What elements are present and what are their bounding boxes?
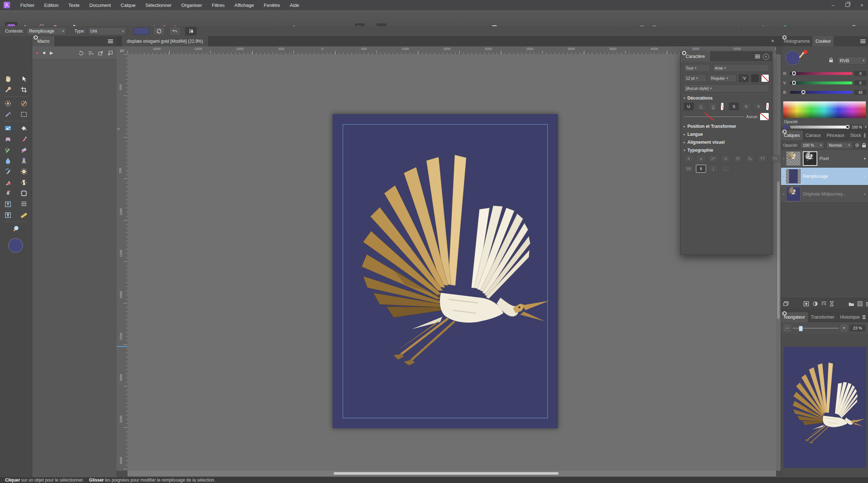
crop-tool[interactable] [19, 85, 29, 94]
navigateur-tab-transformer[interactable]: Transformer [808, 312, 837, 322]
healing-tool[interactable] [3, 135, 13, 143]
caret-icon[interactable]: ▾ [865, 125, 867, 129]
layer-row-pixel[interactable]: »Pixel● [781, 150, 868, 168]
rotate-fill-button[interactable] [153, 27, 165, 35]
ruler-tool[interactable] [19, 211, 29, 219]
burn-tool[interactable] [3, 178, 13, 187]
strike-double-button[interactable]: S [754, 102, 764, 110]
minimize-button[interactable]: – [830, 3, 836, 8]
panel-drag-handle[interactable]: ‖ [783, 130, 786, 134]
tab-couleur[interactable]: Couleur [813, 36, 834, 46]
colour-picker-tool[interactable] [3, 85, 13, 94]
lock-icon[interactable] [862, 143, 866, 148]
decoration-line-select[interactable] [684, 113, 744, 120]
layer-expand-icon[interactable]: » [781, 157, 786, 160]
text-style-select[interactable]: [Aucun style]▾ [684, 84, 769, 92]
zoom-out-button[interactable]: − [784, 325, 790, 331]
document-tab[interactable]: displate oriogami gold [Modifié] (22.9%) [122, 36, 209, 46]
font-weight-select[interactable]: Regular▾ [709, 74, 736, 82]
menu-item-calque[interactable]: Calque [121, 3, 135, 8]
calques-menu-button[interactable] [864, 134, 865, 137]
freehand-selection-tool[interactable] [19, 99, 29, 108]
shape-tool[interactable] [19, 189, 29, 198]
context-select[interactable]: Remplissage ▾ [26, 27, 66, 35]
panel-drag-handle[interactable]: ‖ [34, 35, 38, 39]
reset-macro-icon[interactable] [78, 50, 84, 56]
navigator-preview[interactable] [784, 347, 866, 468]
group-folder-icon[interactable] [848, 301, 854, 306]
zoom-value[interactable]: 23 % [850, 325, 865, 331]
canvas-viewport[interactable] [128, 54, 776, 471]
dodge-tool[interactable] [19, 167, 29, 176]
erase-tool[interactable] [19, 146, 29, 154]
flood-select-tool[interactable] [3, 110, 13, 119]
horizontal-ruler[interactable]: -2000-1500-1000-500050010001500200025003… [128, 46, 776, 54]
layer-name[interactable]: Pixel [819, 156, 861, 161]
adjustment-icon[interactable] [813, 301, 818, 306]
layer-visibility-dot[interactable]: ● [861, 157, 868, 160]
add-step-icon[interactable] [88, 50, 93, 56]
layer-visibility-dot[interactable]: ● [861, 175, 868, 178]
close-button[interactable]: × [859, 3, 865, 8]
panel-drag-handle[interactable]: ‖ [783, 311, 786, 315]
menu-item-filtres[interactable]: Filtres [212, 3, 225, 8]
pixel-tool[interactable] [3, 146, 13, 154]
stop-macro-button[interactable]: ■ [43, 50, 45, 55]
slider-value[interactable]: 0 [854, 71, 867, 76]
menu-item-edition[interactable]: Edition [44, 3, 59, 8]
fill-colour-swatch[interactable] [134, 28, 149, 35]
typography-alt-button-1[interactable]: 99 [684, 165, 694, 173]
fill-type-select[interactable]: Uni ▾ [88, 27, 126, 35]
panel-drag-handle[interactable]: ‖ [682, 51, 686, 55]
decoration-colour-swatch[interactable] [760, 113, 769, 121]
menu-item-organiser[interactable]: Organiser [181, 3, 202, 8]
layer-thumbnail[interactable] [786, 151, 801, 166]
move-tool[interactable] [19, 75, 29, 83]
active-colour-swatch[interactable] [785, 51, 800, 65]
calques-tab-canaux[interactable]: Canaux [803, 130, 823, 140]
layer-expand-icon[interactable]: » [781, 175, 786, 178]
revert-fill-button[interactable] [169, 27, 181, 35]
artistic-text-tool[interactable] [3, 211, 13, 219]
navigateur-tab-historique[interactable]: Historique [837, 312, 863, 322]
zoom-in-button[interactable]: + [841, 325, 847, 331]
layer-row-originale-midjourney[interactable]: »Originale Midjourney...● [781, 185, 868, 203]
menu-item-fen-tre[interactable]: Fenêtre [264, 3, 280, 8]
zoom-slider[interactable] [793, 328, 839, 329]
record-macro-button[interactable]: ● [36, 50, 38, 55]
calques-tab-stock[interactable]: Stock [847, 130, 864, 140]
stack-icon[interactable] [783, 301, 789, 306]
mask-icon[interactable] [804, 301, 809, 306]
pen-tool[interactable] [3, 189, 13, 198]
macro-menu-button[interactable] [108, 39, 113, 43]
menu-item-aide[interactable]: Aide [290, 3, 299, 8]
opacity-slider-handle[interactable] [846, 125, 850, 129]
panel-drag-handle[interactable]: ‖ [783, 35, 786, 39]
strike-none-button[interactable]: S [729, 102, 739, 110]
typography-button-3[interactable]: 1ˢᵗ [708, 155, 718, 163]
couleur-menu-button[interactable] [860, 39, 865, 43]
font-family-select[interactable]: Arial▾ [713, 64, 769, 72]
menu-item-s-lectionner[interactable]: Sélectionner [145, 3, 171, 8]
slider-value[interactable]: 43 [854, 90, 867, 95]
vertical-ruler[interactable]: -50005001000150020002500300035004000 [117, 54, 128, 471]
section-decorations[interactable]: ▾Décorations [684, 94, 769, 102]
ruler-unit-button[interactable]: px [117, 46, 128, 55]
layer-opacity-select[interactable]: 100 %▾ [800, 142, 824, 149]
underline-none-button[interactable]: U [684, 102, 694, 110]
slider-track[interactable] [790, 72, 852, 75]
paint-brush-tool[interactable] [19, 135, 29, 143]
layer-row-remplissage[interactable]: »Remplissage● [781, 168, 868, 185]
play-macro-button[interactable]: ▶ [50, 50, 53, 55]
layer-name[interactable]: Originale Midjourney... [803, 192, 861, 197]
slider-handle[interactable] [801, 90, 805, 94]
layer-visibility-dot[interactable]: ● [861, 192, 868, 196]
typography-button-8[interactable]: Tᴛ [770, 155, 780, 163]
horizontal-scrollbar-thumb[interactable] [333, 472, 559, 475]
liquify-tool[interactable] [19, 178, 29, 187]
mesh-warp-tool[interactable] [19, 200, 29, 209]
slider-handle[interactable] [792, 71, 796, 75]
slider-track[interactable] [790, 91, 852, 94]
typography-button-2[interactable]: a [696, 155, 706, 163]
blend-options-icon[interactable] [857, 301, 863, 306]
